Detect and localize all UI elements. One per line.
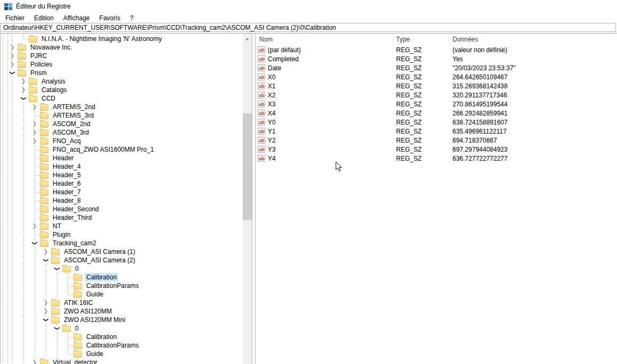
- chevron-right-icon[interactable]: ❯: [20, 87, 27, 93]
- tree-item-calibration[interactable]: Calibration: [1, 273, 243, 282]
- tree-item-header[interactable]: Header: [1, 154, 243, 162]
- tree-indent-guide: [6, 35, 18, 43]
- tree-item-calibrationparams[interactable]: CalibrationParams: [1, 282, 243, 290]
- value-name: (par défaut): [268, 46, 301, 54]
- tree-item-ascom-asi-camera-1[interactable]: ❯ASCOM_ASI Camera (1): [1, 247, 243, 256]
- tree-expander: ❯: [18, 77, 29, 86]
- scrollbar-thumb[interactable]: [243, 113, 252, 220]
- chevron-down-icon[interactable]: ❯: [43, 257, 49, 263]
- tree-item-calibrationparams[interactable]: CalibrationParams: [1, 341, 243, 350]
- chevron-right-icon[interactable]: ❯: [9, 61, 15, 68]
- chevron-right-icon[interactable]: ❯: [9, 53, 15, 59]
- value-type: REG_SZ: [393, 45, 449, 54]
- string-value-icon: [258, 46, 266, 53]
- value-row-date[interactable]: DateREG_SZ"20/03/2023 23:53:37": [256, 63, 617, 72]
- tree-item-novawave-inc[interactable]: ❯Novawave Inc.: [1, 43, 243, 52]
- column-header-type[interactable]: Type: [393, 34, 449, 45]
- chevron-right-icon[interactable]: ❯: [9, 44, 15, 51]
- menu-affichage[interactable]: Affichage: [59, 13, 95, 23]
- menu-help[interactable]: ?: [125, 13, 138, 23]
- tree-item-0[interactable]: ❯0: [1, 324, 243, 333]
- tree-item-fno-acq-zwo-asi1600mm-pro-1[interactable]: FNO_acq_ZWO ASI1600MM Pro_1: [1, 145, 243, 154]
- chevron-right-icon[interactable]: ❯: [31, 223, 38, 229]
- chevron-down-icon[interactable]: ❯: [20, 95, 27, 102]
- tree-leaf-connector: [35, 150, 39, 150]
- tree-item-header-third[interactable]: Header_Third: [1, 213, 243, 222]
- column-header-donnees[interactable]: Données: [449, 34, 617, 45]
- chevron-right-icon[interactable]: ❯: [31, 121, 38, 127]
- tree-item-prism[interactable]: ❯Prism: [1, 69, 243, 77]
- tree-item-ascom-asi-camera-2[interactable]: ❯ASCOM_ASI Camera (2): [1, 256, 243, 264]
- value-row-x2[interactable]: X2REG_SZ320.291137717346: [256, 90, 617, 100]
- tree-item-header-8[interactable]: Header_8: [1, 196, 243, 205]
- tree-item-plugin[interactable]: Plugin: [1, 230, 243, 239]
- tree-item-guide[interactable]: Guide: [1, 290, 243, 299]
- tree-item-ascom-3rd[interactable]: ❯ASCOM_3rd: [1, 128, 243, 137]
- tree-item-policies[interactable]: ❯Policies: [1, 60, 243, 69]
- chevron-right-icon[interactable]: ❯: [31, 129, 38, 136]
- value-row-y0[interactable]: Y0REG_SZ638.724158891607: [256, 118, 617, 127]
- chevron-down-icon[interactable]: ❯: [31, 240, 38, 246]
- chevron-down-icon[interactable]: ❯: [54, 266, 60, 272]
- tree-item-virtual-detector[interactable]: ❯Virtual_detector: [1, 358, 243, 364]
- address-bar[interactable]: [0, 23, 616, 32]
- tree-expander: [62, 282, 73, 290]
- tree-indent-guide: [6, 316, 18, 324]
- chevron-right-icon[interactable]: ❯: [20, 78, 27, 85]
- tree-item-pjrc[interactable]: ❯PJRC: [1, 52, 243, 60]
- tree-item-analysis[interactable]: ❯Analysis: [1, 77, 243, 86]
- tree-expander: [62, 290, 73, 299]
- panel-splitter[interactable]: [252, 34, 256, 364]
- tree-item-0[interactable]: ❯0: [1, 264, 243, 273]
- value-row-par-d-faut[interactable]: (par défaut)REG_SZ(valeur non définie): [256, 45, 617, 54]
- value-row-y3[interactable]: Y3REG_SZ697.297944084923: [256, 145, 617, 154]
- tree-item-nt[interactable]: ❯NT: [1, 222, 243, 230]
- tree-item-calibration[interactable]: Calibration: [1, 333, 243, 341]
- menu-favoris[interactable]: Favoris: [95, 13, 125, 23]
- value-row-completed[interactable]: CompletedREG_SZYes: [256, 54, 617, 63]
- tree-item-header-5[interactable]: Header_5: [1, 171, 243, 179]
- tree-item-artemis-3rd[interactable]: ARTEMIS_3rd: [1, 111, 243, 120]
- chevron-right-icon[interactable]: ❯: [43, 308, 49, 315]
- value-row-x0[interactable]: X0REG_SZ264.642650109467: [256, 72, 617, 81]
- tree-item-catalogs[interactable]: ❯Catalogs: [1, 86, 243, 94]
- tree-item-header-6[interactable]: Header_6: [1, 179, 243, 188]
- tree-item-header-4[interactable]: Header_4: [1, 162, 243, 171]
- tree-item-ascom-2nd[interactable]: ❯ASCOM_2nd: [1, 120, 243, 128]
- value-data: Yes: [449, 54, 617, 63]
- value-row-x4[interactable]: X4REG_SZ266.292482859941: [256, 109, 617, 118]
- tree-indent-guide: [18, 145, 29, 154]
- chevron-down-icon[interactable]: ❯: [54, 325, 60, 332]
- tree-item-tracking-cam2[interactable]: ❯Tracking_cam2: [1, 239, 243, 247]
- tree-item-guide[interactable]: Guide: [1, 350, 243, 358]
- value-row-x1[interactable]: X1REG_SZ315.269368142438: [256, 81, 617, 90]
- chevron-right-icon[interactable]: ❯: [43, 300, 49, 306]
- scrollbar-up-button[interactable]: ^: [243, 34, 252, 43]
- chevron-down-icon[interactable]: ❯: [43, 317, 49, 323]
- tree-item-zwo-asi120mm-mini[interactable]: ❯ZWO ASI120MM Mini: [1, 316, 243, 324]
- chevron-right-icon[interactable]: ❯: [43, 249, 49, 255]
- chevron-right-icon[interactable]: ❯: [31, 359, 38, 364]
- value-row-y1[interactable]: Y1REG_SZ635.496961122117: [256, 127, 617, 136]
- column-header-nom[interactable]: Nom: [256, 34, 393, 45]
- value-row-y2[interactable]: Y2REG_SZ694.718370667: [256, 136, 617, 145]
- tree-item-ccd[interactable]: ❯CCD: [1, 94, 243, 103]
- folder-icon: [29, 79, 37, 85]
- tree-item-header-second[interactable]: Header_Second: [1, 205, 243, 213]
- tree-item-artemis-2nd[interactable]: ❯ARTEMIS_2nd: [1, 103, 243, 111]
- value-row-y4[interactable]: Y4REG_SZ636.727722772277: [256, 154, 617, 163]
- chevron-down-icon[interactable]: ❯: [9, 70, 15, 76]
- tree-item-header-7[interactable]: Header_7: [1, 188, 243, 196]
- chevron-right-icon[interactable]: ❯: [31, 104, 38, 110]
- tree-item-atik-16ic[interactable]: ❯ATIK 16IC: [1, 299, 243, 307]
- tree-item-zwo-asi120mm[interactable]: ❯ZWO ASI120MM: [1, 307, 243, 316]
- tree-item-label: Calibration: [85, 333, 118, 341]
- chevron-right-icon[interactable]: ❯: [31, 138, 38, 144]
- menu-edition[interactable]: Edition: [29, 13, 59, 23]
- tree-indent-guide: [29, 264, 40, 273]
- tree-item-n-i-n-a-nighttime-imaging-n-astronomy[interactable]: N.I.N.A. - Nighttime Imaging 'N' Astrono…: [1, 35, 243, 43]
- value-row-x3[interactable]: X3REG_SZ270.861495199544: [256, 100, 617, 109]
- tree-scrollbar[interactable]: ^: [243, 34, 252, 364]
- menu-fichier[interactable]: Fichier: [1, 13, 29, 23]
- tree-item-fno-acq[interactable]: ❯FNO_Acq: [1, 137, 243, 145]
